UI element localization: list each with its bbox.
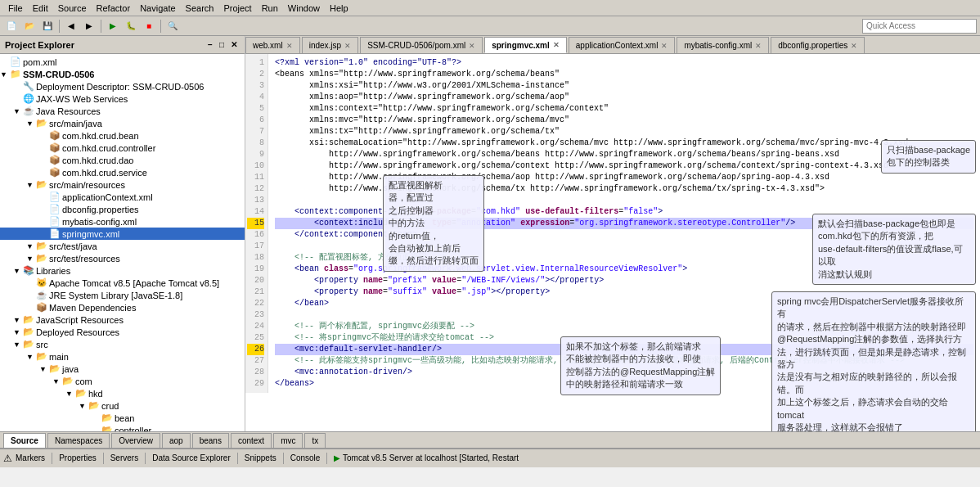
tree-icon-deplres: 📂 [23,327,36,337]
tree-label-crud2: crud [101,401,245,411]
tab-close-appctx[interactable]: ✕ [661,42,668,50]
editor-outer: 1234567891011121314151617181920212223242… [245,54,980,431]
toolbar-run[interactable]: ▶ [105,18,121,34]
tree-item-controller[interactable]: 📦com.hkd.crud.controller [0,142,245,154]
tree-item-jax[interactable]: 🌐JAX-WS Web Services [0,92,245,105]
toolbar-search[interactable]: 🔍 [164,18,181,34]
tab-close-springmvc[interactable]: ✕ [553,41,560,49]
tree-item-java[interactable]: ▼☕Java Resources [0,105,245,117]
toolbar-open[interactable]: 📂 [21,18,38,34]
status-servers[interactable]: Servers [110,453,138,462]
tree-item-ssm[interactable]: ▼📁SSM-CRUD-0506 [0,68,245,80]
tree-item-jsres[interactable]: ▼📂JavaScript Resources [0,313,245,326]
menu-edit[interactable]: Edit [28,2,53,14]
tree-item-main2[interactable]: ▼📂main [0,350,245,363]
menu-project[interactable]: Project [218,2,256,14]
tab-close-web[interactable]: ✕ [286,42,293,50]
tree-item-src[interactable]: ▼📂src [0,338,245,350]
bottom-tab-namespaces[interactable]: Namespaces [47,433,110,448]
tree-item-service[interactable]: 📦com.hkd.crud.service [0,166,245,178]
project-explorer-header: Project Explorer − □ ✕ [0,36,245,54]
tab-label-web: web.xml [253,41,283,50]
tab-web[interactable]: web.xml✕ [245,37,300,53]
menu-search[interactable]: Search [181,2,219,14]
panel-maximize-btn[interactable]: □ [217,39,227,50]
status-console[interactable]: Console [290,453,321,462]
tree-item-tomcat[interactable]: 🐱Apache Tomcat v8.5 [Apache Tomcat v8.5] [0,277,245,289]
tab-index[interactable]: index.jsp✕ [302,37,358,53]
tree-item-ctrl2[interactable]: 📂controller [0,424,245,431]
tab-mybatis[interactable]: mybatis-config.xml✕ [677,37,769,53]
bottom-tab-beans[interactable]: beans [192,433,229,448]
tree-item-crud2[interactable]: ▼📂crud [0,399,245,412]
tab-springmvc[interactable]: springmvc.xml✕ [484,37,567,53]
tree-item-deplres[interactable]: ▼📂Deployed Resources [0,326,245,338]
tree-item-appCtx[interactable]: 📄applicationContext.xml [0,191,245,203]
tab-pom[interactable]: SSM-CRUD-0506/pom.xml✕ [360,37,483,53]
tree-item-pom[interactable]: 📄pom.xml [0,56,245,68]
bottom-tab-mvc[interactable]: mvc [273,433,303,448]
tree-arrow-hkd2: ▼ [65,390,75,398]
menu-run[interactable]: Run [257,2,283,14]
tree-item-srcmain2[interactable]: ▼📂src/main/resources [0,178,245,191]
tree-item-dbcfg[interactable]: 📄dbconfig.properties [0,203,245,215]
bottom-tab-overview[interactable]: Overview [111,433,160,448]
tree-item-maven[interactable]: 📦Maven Dependencies [0,301,245,313]
menu-navigate[interactable]: Navigate [135,2,180,14]
tree-item-srctest[interactable]: ▼📂src/test/java [0,240,245,252]
tree-label-pom: pom.xml [23,57,245,67]
tree-label-srctest: src/test/java [49,241,245,251]
tree-item-mybatis[interactable]: 📄mybatis-config.xml [0,215,245,228]
tree-icon-dao: 📦 [49,155,62,165]
tree-item-bean2[interactable]: 📂bean [0,412,245,424]
tree-icon-pom: 📄 [10,56,23,67]
tree-icon-jax: 🌐 [23,93,36,104]
status-sep5 [283,453,284,464]
panel-minimize-btn[interactable]: − [205,39,215,50]
tree-item-libs[interactable]: ▼📚Libraries [0,264,245,277]
toolbar-save[interactable]: 💾 [39,18,56,34]
menu-refactor[interactable]: Refactor [92,2,136,14]
bottom-tab-source[interactable]: Source [3,433,46,448]
status-snippets[interactable]: Snippets [245,453,276,462]
menu-window[interactable]: Window [283,2,325,14]
tree-item-bean[interactable]: 📦com.hkd.crud.bean [0,129,245,142]
status-markers[interactable]: Markers [16,453,45,462]
menu-file[interactable]: File [3,2,28,14]
bottom-tab-context[interactable]: context [231,433,272,448]
bottom-tab-aop[interactable]: aop [162,433,191,448]
tree-item-com2[interactable]: ▼📂com [0,375,245,387]
toolbar-back[interactable]: ◀ [63,18,79,34]
tab-close-pom[interactable]: ✕ [469,42,475,50]
tree-label-dbcfg: dbconfig.properties [62,205,245,214]
quick-access-input[interactable] [862,19,977,34]
toolbar-stop[interactable]: ■ [141,18,157,34]
tree-item-hkd2[interactable]: ▼📂hkd [0,387,245,399]
bottom-tab-tx[interactable]: tx [304,433,326,448]
tree-item-srcmain[interactable]: ▼📂src/main/java [0,117,245,129]
status-sep1 [52,453,52,464]
tree-item-java2[interactable]: ▼📂java [0,363,245,375]
tree-item-deploy[interactable]: 🔧Deployment Descriptor: SSM-CRUD-0506 [0,80,245,92]
status-datasource[interactable]: Data Source Explorer [152,453,231,462]
tab-appctx[interactable]: applicationContext.xml✕ [569,37,676,53]
tree-arrow-deplres: ▼ [13,328,23,336]
toolbar-new[interactable]: 📄 [3,18,20,34]
tab-close-dbcfg[interactable]: ✕ [851,42,857,50]
status-properties[interactable]: Properties [59,453,97,462]
menu-source[interactable]: Source [53,2,92,14]
tree-icon-bean: 📦 [49,130,62,141]
tree-item-springmvc[interactable]: 📄springmvc.xml [0,228,245,240]
line-num-19: 19 [247,264,264,275]
toolbar-forward[interactable]: ▶ [81,18,97,34]
tree-item-dao[interactable]: 📦com.hkd.crud.dao [0,154,245,166]
tree-item-jre[interactable]: ☕JRE System Library [JavaSE-1.8] [0,289,245,301]
panel-close-btn[interactable]: ✕ [228,39,240,50]
tab-close-mybatis[interactable]: ✕ [755,42,762,50]
menu-help[interactable]: Help [325,2,353,14]
tab-dbcfg[interactable]: dbconfig.properties✕ [771,37,865,53]
line-num-4: 4 [247,92,264,103]
tab-close-index[interactable]: ✕ [344,42,351,50]
toolbar-debug[interactable]: 🐛 [123,18,139,34]
tree-item-srctest2[interactable]: ▼📂src/test/resources [0,252,245,264]
